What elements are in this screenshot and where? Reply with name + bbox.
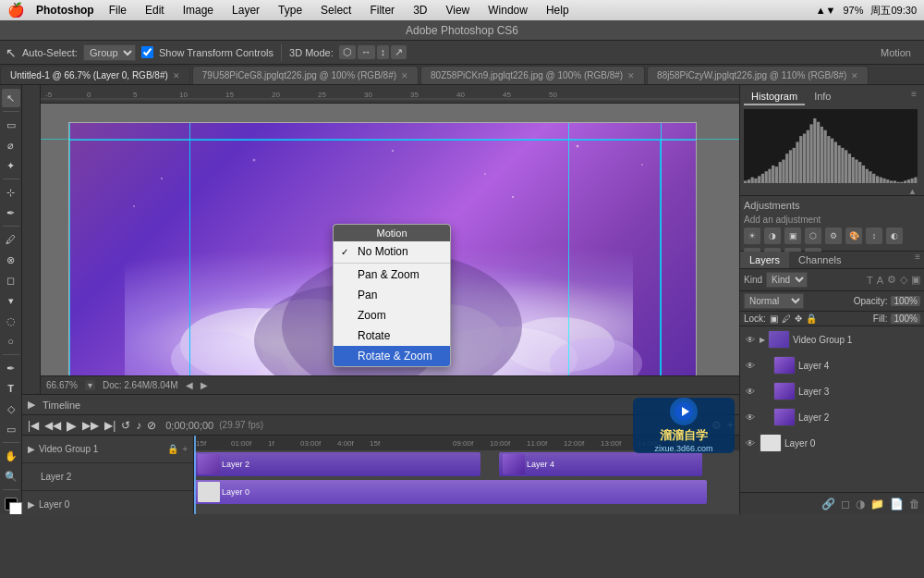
adj-bw[interactable]: ◐ [886, 228, 903, 244]
play-btn[interactable]: ▶ [67, 418, 77, 433]
layer-eye-3[interactable]: 👁 [744, 385, 757, 398]
mode-btn-3[interactable]: ↕ [377, 45, 390, 59]
menu-select[interactable]: Select [317, 4, 355, 17]
layer-eye-4[interactable]: 👁 [744, 359, 757, 372]
clip-layer2[interactable]: Layer 2 [194, 452, 480, 476]
dropdown-zoom[interactable]: Zoom [334, 305, 450, 326]
step-fwd-btn[interactable]: ▶▶ [82, 419, 99, 432]
dropdown-pan[interactable]: Pan [334, 285, 450, 305]
blend-mode-select[interactable]: Normal [744, 293, 804, 309]
go-start-btn[interactable]: |◀ [28, 419, 39, 432]
link-layers-btn[interactable]: 🔗 [821, 498, 835, 510]
auto-select-dropdown[interactable]: Group Layer [83, 44, 136, 61]
transform-checkbox[interactable] [141, 46, 153, 58]
track-expand-l0[interactable]: ▶ [28, 499, 35, 510]
lock-paint[interactable]: 🖊 [782, 314, 791, 324]
menu-window[interactable]: Window [484, 4, 531, 17]
menu-filter[interactable]: Filter [366, 4, 398, 17]
adj-hsl[interactable]: 🎨 [845, 228, 862, 244]
expand-icon[interactable]: ▶ [28, 399, 35, 411]
tab-1-close[interactable]: ✕ [401, 71, 408, 80]
eyedropper-tool[interactable]: ✒ [2, 203, 20, 222]
crop-tool[interactable]: ⊹ [2, 183, 20, 202]
stamp-tool[interactable]: ⊗ [2, 251, 20, 269]
brush-tool[interactable]: 🖊 [2, 230, 20, 249]
menu-help[interactable]: Help [542, 4, 573, 17]
new-group-btn[interactable]: 📁 [870, 498, 884, 510]
mode-btn-2[interactable]: ↔ [358, 45, 375, 59]
audio-btn[interactable]: ♪ [136, 419, 141, 432]
step-back-btn[interactable]: ◀◀ [44, 419, 61, 432]
kind-select[interactable]: Kind [766, 272, 808, 288]
dropdown-pan-zoom[interactable]: Pan & Zoom [334, 264, 450, 285]
menu-layer[interactable]: Layer [228, 4, 263, 17]
layers-menu[interactable]: ≡ [911, 252, 924, 268]
clip-layer0[interactable]: Layer 0 [194, 480, 707, 504]
tab-2-close[interactable]: ✕ [627, 71, 635, 80]
layer-eye-2[interactable]: 👁 [744, 411, 757, 424]
expand-group1[interactable]: ▶ [760, 336, 765, 344]
panel-menu-btn[interactable]: ≡ [907, 89, 920, 105]
move-tool[interactable]: ↖ [2, 89, 20, 107]
foreground-color[interactable] [5, 498, 18, 510]
paint-bucket[interactable]: ▾ [2, 291, 20, 310]
tab-1[interactable]: 79U58PiCeG8.jpglqt226.jpg @ 100% (RGB/8#… [192, 66, 419, 84]
menu-image[interactable]: Image [179, 4, 217, 17]
menu-view[interactable]: View [442, 4, 473, 17]
channels-tab[interactable]: Channels [789, 252, 850, 268]
pen-tool[interactable]: ✒ [2, 359, 20, 377]
menu-3d[interactable]: 3D [409, 4, 431, 17]
tab-0[interactable]: Untitled-1 @ 66.7% (Layer 0, RGB/8#) ✕ [0, 66, 190, 84]
lock-all[interactable]: 🔒 [806, 314, 817, 324]
go-end-btn[interactable]: ▶| [104, 419, 116, 432]
tab-2[interactable]: 80Z58PiCKn9.jpglqt226.jpg @ 100% (RGB/8#… [420, 66, 645, 84]
layer-row-3[interactable]: 👁 Layer 3 [740, 378, 924, 404]
text-tool[interactable]: T [2, 379, 20, 398]
new-layer-btn[interactable]: 📄 [890, 498, 904, 510]
eraser-tool[interactable]: ◻ [2, 271, 20, 289]
tab-3[interactable]: 88j58PiCzyW.jpglqt226.jpg @ 110% (RGB/8#… [647, 66, 869, 84]
mode-btn-1[interactable]: ⬡ [339, 45, 356, 59]
loop-btn[interactable]: ↺ [121, 419, 130, 432]
clip-layer4[interactable]: Layer 4 [499, 452, 702, 476]
mode-btn-4[interactable]: ↗ [391, 45, 407, 59]
track-expand[interactable]: ▶ [28, 444, 35, 454]
nav-right[interactable]: ▶ [201, 380, 208, 390]
marquee-tool[interactable]: ▭ [2, 116, 20, 134]
adj-exposure[interactable]: ⬡ [805, 228, 821, 244]
dropdown-no-motion[interactable]: ✓ No Motion [334, 241, 450, 262]
layer-eye-0[interactable]: 👁 [744, 437, 757, 449]
layer-vector[interactable]: ◇ [900, 274, 907, 286]
dropdown-rotate-zoom[interactable]: Rotate & Zoom [334, 346, 450, 366]
layer-row-2[interactable]: 👁 Layer 2 [740, 404, 924, 430]
adj-levels[interactable]: ◑ [764, 228, 781, 244]
hand-tool[interactable]: ✋ [2, 447, 20, 465]
layer-row-4[interactable]: 👁 Layer 4 [740, 352, 924, 378]
layers-tab[interactable]: Layers [740, 252, 789, 268]
path-tool[interactable]: ◇ [2, 400, 20, 418]
track-lock[interactable]: 🔒 [167, 444, 178, 454]
nav-left[interactable]: ◀ [186, 380, 193, 390]
zoom-stepper[interactable]: ▾ [85, 380, 95, 390]
layer-pixel[interactable]: ▣ [911, 274, 920, 286]
menu-type[interactable]: Type [274, 4, 306, 17]
histogram-tab[interactable]: Histogram [744, 89, 805, 105]
layer-row-group1[interactable]: 👁 ▶ Video Group 1 [740, 326, 924, 352]
add-mask-btn[interactable]: ◻ [841, 498, 850, 510]
mute-btn[interactable]: ⊘ [147, 419, 156, 432]
dodge-tool[interactable]: ○ [2, 332, 20, 350]
shape-tool[interactable]: ▭ [2, 420, 20, 438]
layer-row-0[interactable]: 👁 Layer 0 [740, 430, 924, 456]
dropdown-rotate[interactable]: Rotate [334, 326, 450, 346]
tab-0-close[interactable]: ✕ [173, 71, 180, 80]
adj-layer-btn[interactable]: ◑ [856, 498, 865, 510]
track-add[interactable]: + [182, 444, 188, 454]
adj-curves[interactable]: ▣ [784, 228, 801, 244]
delete-layer-btn[interactable]: 🗑 [909, 498, 920, 510]
lock-transparent[interactable]: ▣ [770, 314, 778, 324]
tab-3-close[interactable]: ✕ [851, 71, 858, 80]
layer-new-set[interactable]: T [867, 275, 873, 286]
adj-colorbal[interactable]: ↕ [866, 228, 882, 244]
apple-menu[interactable]: 🍎 [7, 2, 25, 18]
adj-vibrance[interactable]: ⚙ [825, 228, 842, 244]
